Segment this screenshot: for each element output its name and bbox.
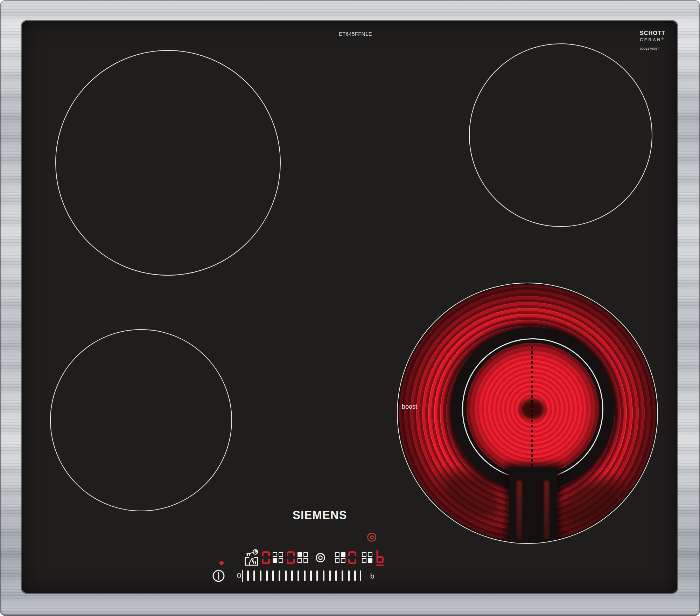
slider-tick[interactable]	[266, 570, 268, 581]
dual-zone-inner-ring	[318, 555, 323, 560]
dual-zone-icon[interactable]	[316, 553, 325, 562]
slider-tick[interactable]	[291, 570, 293, 581]
zone-display-right	[348, 551, 356, 564]
slider-tick[interactable]	[323, 570, 324, 581]
slider-tick[interactable]	[329, 570, 331, 581]
slider-max-label[interactable]: b	[370, 572, 374, 580]
connector-glow-right	[544, 480, 549, 540]
slider-tick[interactable]	[348, 570, 350, 581]
boost-display	[376, 549, 384, 566]
slider-tick[interactable]	[272, 570, 274, 581]
slider-tick[interactable]	[285, 570, 287, 581]
cooking-zone-top-left	[55, 50, 281, 276]
slider-tick[interactable]	[342, 570, 343, 581]
slider-tick[interactable]	[335, 570, 337, 581]
connector-glow-left	[517, 480, 522, 540]
slider-tick[interactable]	[354, 570, 356, 581]
zone-select-squares-bottom-right[interactable]	[362, 552, 372, 563]
siemens-logo: SIEMENS	[293, 508, 347, 522]
element-center-seam	[531, 346, 533, 472]
dual-zone-active-icon	[367, 533, 376, 542]
zone-display-left	[262, 551, 270, 564]
schott-logo-line2: CERAN®	[640, 37, 673, 42]
slider-tick[interactable]	[316, 570, 318, 581]
touch-control-row	[243, 547, 384, 568]
slider-min-divider	[242, 570, 243, 582]
slider-tick[interactable]	[260, 570, 261, 581]
slider-end-tick[interactable]	[360, 570, 361, 581]
zone-select-squares-top-right[interactable]	[335, 552, 345, 563]
registered-mark: ®	[662, 37, 664, 40]
power-level-slider-row: 0 b	[212, 569, 374, 583]
model-number: ET645FFN1E	[339, 31, 372, 37]
slider-tick[interactable]	[304, 570, 306, 581]
cooktop: ET645FFN1E SCHOTT CERAN® 9001176067 SIEM…	[0, 0, 700, 616]
zone-display-middle	[287, 551, 295, 564]
print-number: 9001176067	[640, 47, 673, 50]
element-connector-shadow	[509, 467, 557, 544]
slider-tick[interactable]	[253, 570, 255, 581]
power-icon[interactable]	[212, 569, 225, 582]
boost-display-underline	[376, 565, 384, 566]
boost-label: boost	[402, 403, 417, 410]
cooking-zone-bottom-right-active: boost	[397, 283, 658, 544]
ceramic-glass-surface: ET645FFN1E SCHOTT CERAN® 9001176067 SIEM…	[22, 21, 677, 593]
slider-tick[interactable]	[247, 570, 249, 581]
zone-select-squares-top-left[interactable]	[298, 552, 308, 563]
residual-heat-led	[219, 561, 224, 565]
slider-min-label: 0	[237, 572, 241, 580]
slider-tick[interactable]	[310, 570, 312, 581]
slider-tick[interactable]	[279, 570, 280, 581]
slider-ticks	[247, 570, 356, 581]
cooking-zone-top-right	[469, 43, 652, 227]
cooking-zone-bottom-left	[50, 329, 232, 511]
dual-zone-active-inner-ring	[370, 535, 374, 539]
key-lock-icon[interactable]	[243, 548, 260, 567]
slider-tick[interactable]	[298, 570, 299, 581]
schott-ceran-logo: SCHOTT CERAN® 9001176067	[640, 30, 673, 50]
schott-logo-line1: SCHOTT	[640, 30, 673, 36]
zone-select-squares-bottom-left[interactable]	[273, 552, 283, 563]
